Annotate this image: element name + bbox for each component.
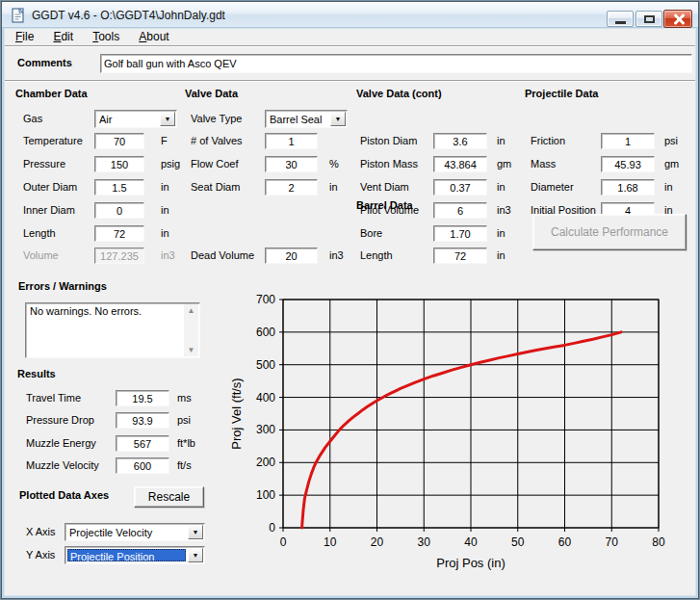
- comments-label: Comments: [17, 57, 72, 68]
- valve-type-select[interactable]: Barrel Seal ▼: [265, 110, 348, 128]
- y-axis-label: Y Axis: [26, 549, 55, 561]
- y-tick-label: 0: [269, 521, 275, 535]
- x-tick-label: 40: [464, 535, 478, 549]
- menu-bar: File Edit Tools About: [5, 29, 695, 45]
- x-axis-select[interactable]: Projectile Velocity ▼: [65, 523, 205, 541]
- errors-warnings-title: Errors / Warnings: [18, 280, 107, 292]
- x-tick-label: 70: [606, 535, 619, 549]
- chevron-down-icon[interactable]: ▼: [188, 525, 203, 539]
- velocity-position-chart: 010203040506070800100200300400500600700P…: [223, 283, 700, 582]
- proj-mass-field[interactable]: [601, 156, 655, 172]
- friction-label: Friction: [531, 135, 565, 146]
- valve-data-cont-title: Valve Data (cont): [356, 88, 442, 99]
- proj-diameter-unit: in: [664, 181, 673, 193]
- chevron-down-icon[interactable]: ▼: [188, 548, 203, 562]
- x-tick-label: 10: [324, 535, 337, 549]
- client-area: File Edit Tools About Comments Chamber D…: [4, 28, 696, 596]
- y-tick-label: 400: [256, 391, 275, 404]
- bore-label: Bore: [360, 227, 382, 239]
- errors-scrollbar[interactable]: ▲ ▼: [184, 304, 198, 356]
- pressure-drop-field: [116, 412, 169, 429]
- menu-divider: [5, 45, 695, 47]
- errors-warnings-text: No warnings. No errors.: [30, 305, 182, 317]
- projectile-data-title: Projectile Data: [525, 88, 598, 99]
- proj-diameter-label: Diameter: [531, 181, 574, 193]
- x-tick-label: 30: [418, 535, 431, 549]
- valve-data-title: Valve Data: [185, 88, 238, 99]
- barrel-length-field[interactable]: [433, 248, 487, 264]
- x-tick-label: 60: [558, 535, 572, 549]
- muzzle-energy-field: [116, 435, 169, 452]
- valve-type-label: Valve Type: [191, 113, 242, 124]
- scroll-up-icon[interactable]: ▲: [184, 304, 198, 317]
- y-tick-label: 100: [256, 488, 275, 502]
- comments-divider: [5, 80, 695, 82]
- y-axis-select[interactable]: Projectile Position ▼: [65, 546, 205, 564]
- menu-file[interactable]: File: [13, 29, 36, 44]
- friction-unit: psi: [664, 135, 678, 146]
- app-icon: [11, 8, 26, 23]
- proj-diameter-field[interactable]: [601, 179, 655, 196]
- chevron-down-icon[interactable]: ▼: [330, 112, 346, 126]
- maximize-icon: [644, 15, 655, 23]
- y-tick-label: 600: [256, 326, 275, 339]
- muzzle-velocity-unit: ft/s: [177, 459, 192, 471]
- bore-field[interactable]: [433, 225, 487, 242]
- rescale-button[interactable]: Rescale: [134, 486, 204, 508]
- friction-field[interactable]: [601, 133, 655, 149]
- x-axis-label: X Axis: [26, 526, 56, 537]
- title-bar[interactable]: GGDT v4.6 - O:\GGDT4\JohnDaly.gdt: [2, 2, 698, 28]
- comments-input[interactable]: [100, 54, 692, 73]
- errors-warnings-box[interactable]: No warnings. No errors. ▲ ▼: [25, 302, 200, 358]
- menu-about[interactable]: About: [137, 29, 170, 44]
- menu-tools[interactable]: Tools: [91, 29, 121, 44]
- plotted-data-axes-title: Plotted Data Axes: [19, 489, 109, 501]
- proj-mass-label: Mass: [531, 158, 556, 170]
- scroll-down-icon[interactable]: ▼: [184, 344, 198, 356]
- calculate-performance-button[interactable]: Calculate Performance: [532, 214, 687, 250]
- muzzle-energy-unit: ft*lb: [177, 437, 195, 449]
- x-tick-label: 80: [652, 535, 665, 549]
- bore-unit: in: [497, 227, 506, 239]
- maximize-button[interactable]: [635, 11, 662, 27]
- y-tick-label: 200: [256, 456, 275, 469]
- pressure-drop-label: Pressure Drop: [26, 414, 94, 426]
- y-tick-label: 700: [256, 293, 275, 306]
- x-axis-title: Proj Pos (in): [436, 556, 506, 570]
- travel-time-unit: ms: [177, 392, 192, 404]
- x-tick-label: 50: [511, 535, 525, 549]
- window-title: GGDT v4.6 - O:\GGDT4\JohnDaly.gdt: [32, 9, 225, 22]
- y-tick-label: 300: [256, 423, 275, 436]
- minimize-icon: [615, 21, 626, 24]
- minimize-button[interactable]: [607, 11, 634, 27]
- pressure-drop-unit: psi: [177, 414, 191, 426]
- travel-time-field: [116, 390, 169, 406]
- muzzle-velocity-field: [116, 457, 169, 474]
- y-axis-title: Proj Vel (ft/s): [229, 378, 244, 449]
- barrel-length-unit: in: [497, 249, 506, 261]
- proj-mass-unit: gm: [664, 158, 679, 170]
- close-icon: [673, 13, 685, 25]
- travel-time-label: Travel Time: [26, 392, 81, 404]
- barrel-length-label: Length: [360, 249, 393, 261]
- app-window: GGDT v4.6 - O:\GGDT4\JohnDaly.gdt File E…: [0, 0, 700, 600]
- menu-edit[interactable]: Edit: [51, 29, 75, 44]
- muzzle-velocity-label: Muzzle Velocity: [26, 459, 99, 471]
- x-tick-label: 0: [280, 535, 287, 549]
- y-tick-label: 500: [256, 358, 275, 372]
- close-button[interactable]: [663, 10, 692, 28]
- results-title: Results: [17, 368, 56, 379]
- x-tick-label: 20: [371, 535, 384, 549]
- chamber-data-title: Chamber Data: [15, 88, 88, 99]
- muzzle-energy-label: Muzzle Energy: [26, 437, 96, 449]
